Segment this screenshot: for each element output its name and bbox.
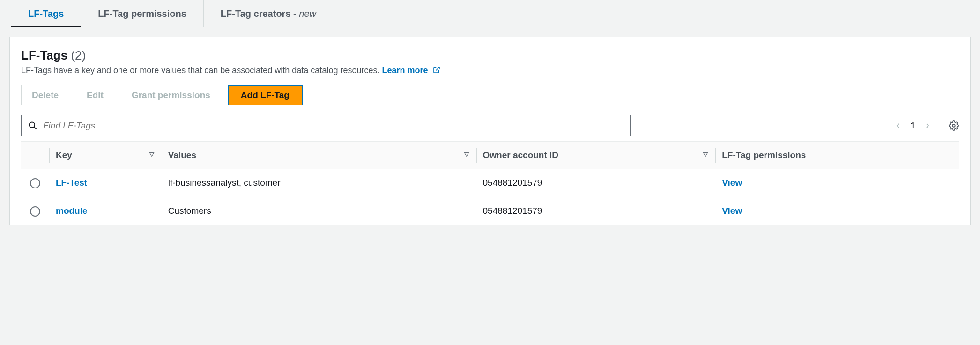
external-link-icon: [432, 66, 441, 76]
filter-icon[interactable]: [702, 150, 709, 160]
svg-marker-5: [704, 152, 708, 156]
grant-permissions-button[interactable]: Grant permissions: [121, 85, 221, 105]
svg-point-2: [952, 124, 955, 127]
lf-tags-panel: LF-Tags (2) LF-Tags have a key and one o…: [9, 37, 971, 225]
lf-tag-key-link[interactable]: module: [56, 206, 88, 216]
table-row: module Customers 054881201579 View: [21, 197, 959, 225]
tab-creators-new-badge: new: [299, 8, 316, 19]
search-icon: [28, 121, 37, 130]
panel-count: (2): [71, 48, 86, 62]
col-owner[interactable]: Owner account ID: [476, 142, 716, 169]
view-permissions-link[interactable]: View: [722, 206, 742, 216]
filter-icon[interactable]: [148, 150, 155, 160]
col-select: [21, 142, 49, 169]
view-permissions-link[interactable]: View: [722, 178, 742, 188]
pager-separator: [940, 119, 940, 132]
search-box[interactable]: [21, 115, 631, 136]
delete-button[interactable]: Delete: [21, 85, 69, 105]
pagination: 1: [894, 119, 959, 132]
lf-tag-values: lf-businessanalyst, customer: [162, 169, 476, 197]
svg-marker-4: [464, 152, 468, 156]
row-select-radio[interactable]: [30, 178, 40, 188]
col-permissions: LF-Tag permissions: [715, 142, 959, 169]
col-values[interactable]: Values: [162, 142, 476, 169]
tab-creators-label: LF-Tag creators -: [221, 8, 299, 19]
edit-button[interactable]: Edit: [76, 85, 114, 105]
prev-page-icon[interactable]: [894, 121, 902, 130]
toolbar: Delete Edit Grant permissions Add LF-Tag: [21, 85, 959, 105]
page-number: 1: [910, 120, 915, 131]
filter-icon[interactable]: [463, 150, 470, 160]
tab-bar: LF-Tags LF-Tag permissions LF-Tag creato…: [0, 0, 980, 27]
lf-tag-key-link[interactable]: LF-Test: [56, 178, 87, 188]
tab-lf-tag-permissions[interactable]: LF-Tag permissions: [81, 0, 204, 27]
tab-lf-tags[interactable]: LF-Tags: [11, 0, 81, 27]
panel-title: LF-Tags: [21, 48, 67, 62]
owner-account-id: 054881201579: [476, 197, 716, 225]
col-key[interactable]: Key: [49, 142, 162, 169]
panel-description: LF-Tags have a key and one or more value…: [21, 66, 959, 76]
panel-description-text: LF-Tags have a key and one or more value…: [21, 66, 379, 75]
lf-tag-values: Customers: [162, 197, 476, 225]
owner-account-id: 054881201579: [476, 169, 716, 197]
table-row: LF-Test lf-businessanalyst, customer 054…: [21, 169, 959, 197]
svg-line-1: [34, 127, 37, 129]
svg-marker-3: [149, 152, 154, 156]
search-pagination-row: 1: [21, 115, 959, 136]
gear-icon[interactable]: [949, 120, 959, 131]
svg-point-0: [30, 122, 35, 128]
learn-more-link[interactable]: Learn more: [382, 66, 440, 75]
lf-tags-table: Key Values Owner account ID: [21, 141, 959, 225]
tab-lf-tag-creators[interactable]: LF-Tag creators - new: [204, 0, 333, 27]
panel-header: LF-Tags (2): [21, 48, 959, 63]
row-select-radio[interactable]: [30, 206, 40, 217]
next-page-icon[interactable]: [924, 121, 931, 130]
search-input[interactable]: [42, 120, 624, 131]
add-lf-tag-button[interactable]: Add LF-Tag: [228, 85, 303, 105]
